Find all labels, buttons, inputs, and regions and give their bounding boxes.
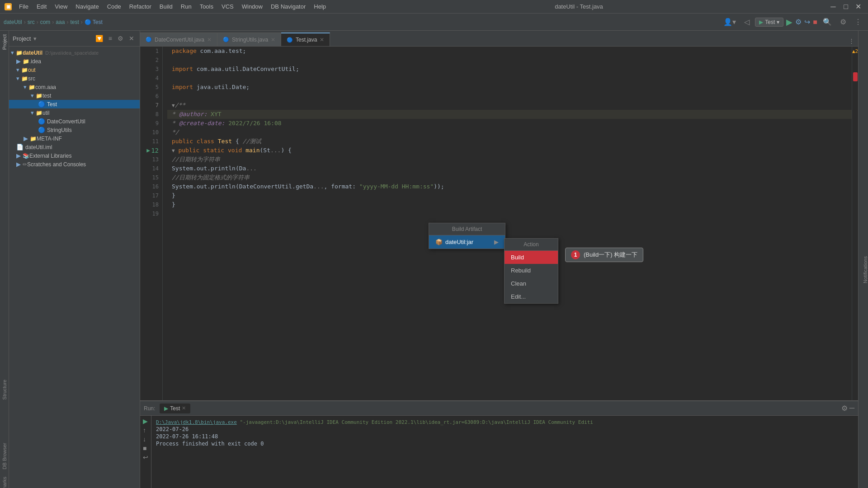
debug-button[interactable]: ↪ xyxy=(804,18,810,26)
structure-panel-label[interactable]: Structure xyxy=(2,376,7,404)
run-controls: ▶ ↑ ↓ ■ ↩ xyxy=(140,416,151,488)
code-line-7: ▼/** xyxy=(167,101,852,110)
sidebar-close-button[interactable]: ✕ xyxy=(127,34,136,43)
editor-right-gutter: ▲2 xyxy=(852,47,858,400)
code-line-9: * @create-date: 2022/7/26 16:08 xyxy=(167,119,852,128)
submenu-arrow: ▶ xyxy=(494,239,499,245)
tree-item-dateconvertutil[interactable]: 🔵 DateConvertUtil xyxy=(9,117,140,126)
project-panel-label[interactable]: Project xyxy=(2,31,7,53)
code-line-17: } xyxy=(167,191,852,200)
run-label: Run: xyxy=(144,405,155,412)
tree-item-idea[interactable]: ▶ 📁 .idea xyxy=(9,57,140,66)
more-button[interactable]: ⋮ xyxy=(852,17,864,27)
db-browser-label[interactable]: DB Browser xyxy=(2,439,7,473)
breadcrumb-test[interactable]: test xyxy=(70,19,79,25)
menu-file[interactable]: File xyxy=(15,2,32,11)
menu-code[interactable]: Code xyxy=(104,2,125,11)
main-container: Project Structure DB Browser Bookmarks P… xyxy=(0,31,868,488)
stop-run-button[interactable]: ■ xyxy=(143,445,148,452)
warning-indicator[interactable]: ▲2 xyxy=(852,48,858,54)
tree-item-util-folder[interactable]: ▾ 📁 util xyxy=(9,108,140,117)
settings-icon[interactable]: ⚙ xyxy=(841,404,848,413)
scroll-up-button[interactable]: ↑ xyxy=(143,427,148,434)
menu-tools[interactable]: Tools xyxy=(196,2,217,11)
action-menu-build[interactable]: Build xyxy=(505,251,558,264)
sidebar-collapse-button[interactable]: ≡ xyxy=(107,34,114,43)
soft-wrap-button[interactable]: ↩ xyxy=(143,454,148,461)
menu-window[interactable]: Window xyxy=(238,2,266,11)
menu-item-dateutil-jar[interactable]: 📦 dateUtil:jar ▶ xyxy=(429,235,505,249)
sidebar-gear-icon[interactable]: ⚙ xyxy=(116,34,125,43)
sidebar-controls: 🔽 ≡ ⚙ ✕ xyxy=(94,34,136,43)
line-gutter: 1 2 3 4 5 6 7 8 9 10 11 ▶12 13 14 xyxy=(140,47,163,400)
menu-navigate[interactable]: Navigate xyxy=(72,2,102,11)
code-content[interactable]: package com.aaa.test; import com.aaa.uti… xyxy=(163,47,852,400)
tree-item-out[interactable]: ▾ 📁 out xyxy=(9,66,140,74)
tab-stringutils[interactable]: 🔵 StringUtils.java ✕ xyxy=(217,33,281,46)
settings-button[interactable]: ⚙ xyxy=(837,17,849,27)
tab-more-button[interactable]: ⋮ xyxy=(845,36,858,46)
code-line-3: import com.aaa.util.DateConvertUtil; xyxy=(167,65,852,74)
tree-item-test-folder[interactable]: ▾ 📁 test xyxy=(9,91,140,100)
stop-button[interactable]: ■ xyxy=(813,18,817,26)
java-exe-link[interactable]: D:\Java\jdk1.8\bin\java.exe xyxy=(156,419,237,425)
rerun-button[interactable]: ▶ xyxy=(143,418,148,425)
code-line-11: public class Test { //测试 xyxy=(167,137,852,146)
tab-dateconvertutil[interactable]: 🔵 DateConvertUtil.java ✕ xyxy=(140,33,217,46)
menu-view[interactable]: View xyxy=(51,2,71,11)
menu-refactor[interactable]: Refactor xyxy=(126,2,155,11)
menu-build[interactable]: Build xyxy=(156,2,176,11)
action-menu-edit[interactable]: Edit... xyxy=(505,290,558,303)
run-tab-label: Test xyxy=(170,405,180,412)
tree-item-src[interactable]: ▾ 📁 src xyxy=(9,74,140,83)
run-panel-tabs: Run: ▶ Test ✕ ⚙ ─ xyxy=(140,401,858,416)
app-icon: ▣ xyxy=(5,3,12,10)
run-tab-test[interactable]: ▶ Test ✕ xyxy=(160,404,190,413)
title-bar-left: ▣ File Edit View Navigate Code Refactor … xyxy=(5,2,330,11)
minimize-panel-icon[interactable]: ─ xyxy=(849,404,854,413)
sidebar-hide-button[interactable]: 🔽 xyxy=(94,34,105,43)
run-config[interactable]: ▶ Test ▾ xyxy=(755,18,783,27)
menu-edit[interactable]: Edit xyxy=(33,2,50,11)
menu-vcs[interactable]: VCS xyxy=(218,2,237,11)
close-button[interactable]: ✕ xyxy=(854,2,863,12)
profile-button[interactable]: 👤▾ xyxy=(721,17,739,27)
tree-item-meta-inf[interactable]: ▶ 📁 META-INF xyxy=(9,134,140,143)
tooltip-number: 1 xyxy=(571,250,580,259)
tree-item-external-libraries[interactable]: ▶ 📚 External Libraries xyxy=(9,151,140,160)
action-menu-clean[interactable]: Clean xyxy=(505,277,558,290)
search-everywhere-button[interactable]: 🔍 xyxy=(820,17,835,27)
tree-item-test-class[interactable]: 🔵 Test xyxy=(9,100,140,108)
title-bar-right: ─ □ ✕ xyxy=(828,2,863,12)
run-button[interactable]: ▶ xyxy=(786,17,793,27)
code-line-5: import java.util.Date; xyxy=(167,83,852,92)
tree-item-dateutil[interactable]: ▾ 📁 dateUtil D:\java\idea_space\date xyxy=(9,48,140,57)
notifications-label[interactable]: Notifications xyxy=(863,256,868,283)
tab-test[interactable]: 🔵 Test.java ✕ xyxy=(281,33,330,46)
minimize-button[interactable]: ─ xyxy=(828,2,838,12)
breadcrumb-src[interactable]: src xyxy=(28,19,35,25)
bottom-panel: Run: ▶ Test ✕ ⚙ ─ ▶ ↑ ↓ ■ ↩ xyxy=(140,400,858,488)
back-button[interactable]: ◁ xyxy=(741,17,752,27)
action-menu-rebuild[interactable]: Rebuild xyxy=(505,264,558,277)
maximize-button[interactable]: □ xyxy=(841,2,851,12)
menu-run[interactable]: Run xyxy=(177,2,195,11)
code-line-1: package com.aaa.test; xyxy=(167,47,852,56)
breadcrumb-aaa[interactable]: aaa xyxy=(56,19,65,25)
build-with-coverage-button[interactable]: ⚙ xyxy=(795,18,802,26)
breadcrumb-com[interactable]: com xyxy=(40,19,51,25)
menu-help[interactable]: Help xyxy=(310,2,330,11)
menu-db-navigator[interactable]: DB Navigator xyxy=(267,2,309,11)
breadcrumb-class[interactable]: 🔵 Test xyxy=(85,19,103,25)
scroll-down-button[interactable]: ↓ xyxy=(143,436,148,443)
code-line-8: * @author: XYT xyxy=(167,110,852,119)
tree-item-dateutil-iml[interactable]: 📄 dateUtil.iml xyxy=(9,143,140,151)
tree-item-stringutils[interactable]: 🔵 StringUtils xyxy=(9,126,140,134)
sidebar-title: Project ▾ xyxy=(13,35,37,42)
bookmarks-label[interactable]: Bookmarks xyxy=(2,473,7,488)
breadcrumb-dateutil[interactable]: dateUtil xyxy=(4,19,22,25)
tree-item-scratches[interactable]: ▶ ✏ Scratches and Consoles xyxy=(9,160,140,169)
code-line-16: System.out.println(DateConvertUtil.getDa… xyxy=(167,182,852,191)
tree-item-comaaa[interactable]: ▾ 📁 com.aaa xyxy=(9,83,140,91)
code-line-6 xyxy=(167,92,852,101)
